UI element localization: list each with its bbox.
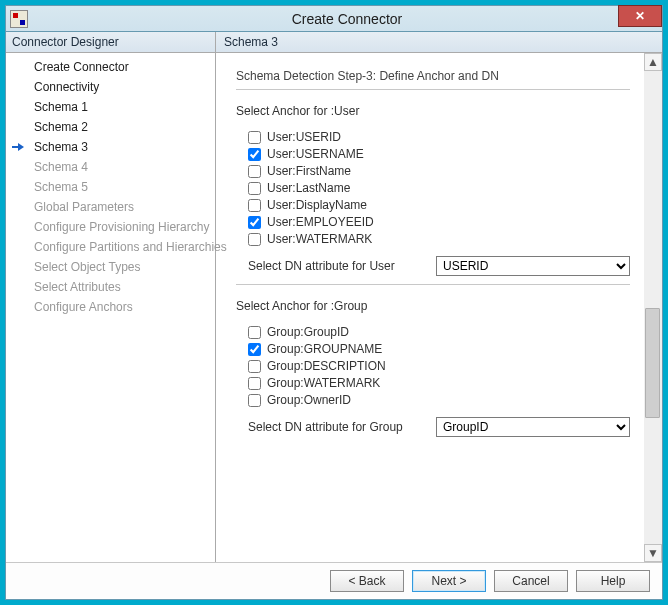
group-dn-select[interactable]: GroupID <box>436 417 630 437</box>
group-checkbox[interactable] <box>248 360 261 373</box>
scroll-thumb[interactable] <box>645 308 660 418</box>
user-check-label: User:USERNAME <box>267 147 364 161</box>
group-check-label: Group:GROUPNAME <box>267 342 382 356</box>
group-check[interactable]: Group:GROUPNAME <box>236 342 630 356</box>
sidebar-header: Connector Designer <box>6 32 215 53</box>
group-section-label: Select Anchor for :Group <box>236 299 630 313</box>
chevron-up-icon: ▲ <box>647 55 659 69</box>
user-check[interactable]: User:LastName <box>236 181 630 195</box>
group-check[interactable]: Group:OwnerID <box>236 393 630 407</box>
main-header: Schema 3 <box>216 32 662 53</box>
sidebar-item[interactable]: Schema 3 <box>6 137 215 157</box>
separator <box>236 284 630 285</box>
user-check[interactable]: User:EMPLOYEEID <box>236 215 630 229</box>
scroll-down-button[interactable]: ▼ <box>644 544 662 562</box>
window: Create Connector ✕ Connector Designer Cr… <box>5 5 663 600</box>
sidebar-item[interactable]: Configure Anchors <box>6 297 215 317</box>
user-checkbox[interactable] <box>248 216 261 229</box>
group-check[interactable]: Group:WATERMARK <box>236 376 630 390</box>
group-check-label: Group:OwnerID <box>267 393 351 407</box>
user-check-label: User:WATERMARK <box>267 232 372 246</box>
sidebar-item[interactable]: Schema 1 <box>6 97 215 117</box>
sidebar-item[interactable]: Global Parameters <box>6 197 215 217</box>
group-checkbox[interactable] <box>248 326 261 339</box>
next-button[interactable]: Next > <box>412 570 486 592</box>
sidebar-item[interactable]: Configure Provisioning Hierarchy <box>6 217 215 237</box>
close-button[interactable]: ✕ <box>618 5 662 27</box>
separator <box>236 89 630 90</box>
chevron-down-icon: ▼ <box>647 546 659 560</box>
sidebar-item[interactable]: Create Connector <box>6 57 215 77</box>
user-check-label: User:LastName <box>267 181 350 195</box>
sidebar-item[interactable]: Schema 5 <box>6 177 215 197</box>
user-check-label: User:DisplayName <box>267 198 367 212</box>
group-check[interactable]: Group:GroupID <box>236 325 630 339</box>
user-checkbox[interactable] <box>248 131 261 144</box>
sidebar: Connector Designer Create ConnectorConne… <box>6 32 216 562</box>
group-check-label: Group:GroupID <box>267 325 349 339</box>
cancel-button[interactable]: Cancel <box>494 570 568 592</box>
user-checkbox[interactable] <box>248 182 261 195</box>
scroll-track[interactable] <box>644 71 662 544</box>
user-dn-row: Select DN attribute for User USERID <box>236 256 630 276</box>
scroll-area: Schema Detection Step-3: Define Anchor a… <box>216 53 662 562</box>
scroll-content: Schema Detection Step-3: Define Anchor a… <box>216 53 644 562</box>
user-check[interactable]: User:WATERMARK <box>236 232 630 246</box>
user-checkbox[interactable] <box>248 165 261 178</box>
group-checkbox[interactable] <box>248 343 261 356</box>
group-check-label: Group:DESCRIPTION <box>267 359 386 373</box>
sidebar-item[interactable]: Select Attributes <box>6 277 215 297</box>
user-dn-label: Select DN attribute for User <box>236 259 436 273</box>
sidebar-item[interactable]: Schema 4 <box>6 157 215 177</box>
user-check[interactable]: User:USERNAME <box>236 147 630 161</box>
user-dn-select[interactable]: USERID <box>436 256 630 276</box>
content: Connector Designer Create ConnectorConne… <box>6 32 662 562</box>
close-icon: ✕ <box>635 9 645 23</box>
user-check-label: User:FirstName <box>267 164 351 178</box>
titlebar[interactable]: Create Connector ✕ <box>6 6 662 32</box>
user-check[interactable]: User:FirstName <box>236 164 630 178</box>
app-icon <box>10 10 28 28</box>
user-check[interactable]: User:USERID <box>236 130 630 144</box>
group-check[interactable]: Group:DESCRIPTION <box>236 359 630 373</box>
main-panel: Schema 3 Schema Detection Step-3: Define… <box>216 32 662 562</box>
user-check-label: User:USERID <box>267 130 341 144</box>
sidebar-item[interactable]: Select Object Types <box>6 257 215 277</box>
sidebar-item[interactable]: Connectivity <box>6 77 215 97</box>
sidebar-list: Create ConnectorConnectivitySchema 1Sche… <box>6 53 215 321</box>
group-checkbox[interactable] <box>248 377 261 390</box>
user-checkbox[interactable] <box>248 233 261 246</box>
user-check[interactable]: User:DisplayName <box>236 198 630 212</box>
group-dn-label: Select DN attribute for Group <box>236 420 436 434</box>
back-button[interactable]: < Back <box>330 570 404 592</box>
user-section-label: Select Anchor for :User <box>236 104 630 118</box>
help-button[interactable]: Help <box>576 570 650 592</box>
button-bar: < Back Next > Cancel Help <box>6 562 662 598</box>
step-title: Schema Detection Step-3: Define Anchor a… <box>236 69 630 83</box>
user-checkbox[interactable] <box>248 199 261 212</box>
sidebar-item[interactable]: Configure Partitions and Hierarchies <box>6 237 215 257</box>
user-checkbox[interactable] <box>248 148 261 161</box>
scroll-up-button[interactable]: ▲ <box>644 53 662 71</box>
group-dn-row: Select DN attribute for Group GroupID <box>236 417 630 437</box>
group-checkbox[interactable] <box>248 394 261 407</box>
user-check-label: User:EMPLOYEEID <box>267 215 374 229</box>
window-title: Create Connector <box>32 11 662 27</box>
vertical-scrollbar[interactable]: ▲ ▼ <box>644 53 662 562</box>
group-check-label: Group:WATERMARK <box>267 376 380 390</box>
sidebar-item[interactable]: Schema 2 <box>6 117 215 137</box>
